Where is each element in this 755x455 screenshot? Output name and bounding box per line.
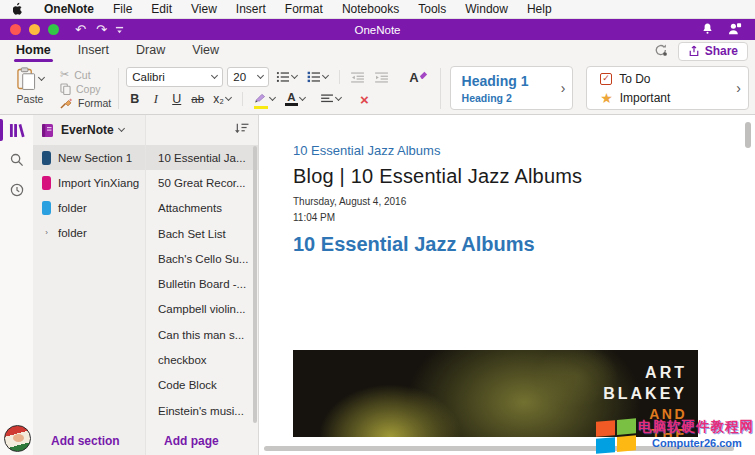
tag-todo[interactable]: ✓ To Do — [600, 72, 670, 86]
page-item[interactable]: Attachments — [146, 196, 258, 221]
tags-gallery-expand[interactable]: › — [729, 80, 748, 96]
page-date: Thursday, August 4, 2016 — [293, 196, 755, 207]
page-item[interactable]: Einstein's musi... — [146, 398, 258, 423]
copy-button[interactable]: Copy — [60, 82, 111, 95]
menu-window[interactable]: Window — [465, 2, 508, 16]
share-button[interactable]: Share — [678, 42, 748, 61]
page-item[interactable]: 50 Great Recor... — [146, 170, 258, 195]
pages-scrollbar[interactable] — [253, 146, 257, 423]
sort-pages-icon[interactable] — [234, 121, 249, 139]
menu-notebooks[interactable]: Notebooks — [342, 2, 399, 16]
styles-gallery[interactable]: Heading 1 Heading 2 › — [450, 66, 574, 110]
vertical-scrollbar[interactable] — [745, 122, 751, 148]
menu-edit[interactable]: Edit — [151, 2, 172, 16]
subscript-button[interactable]: x₂ — [210, 90, 234, 108]
style-heading2[interactable]: Heading 2 — [462, 92, 529, 104]
menu-insert[interactable]: Insert — [236, 2, 266, 16]
sync-status-icon[interactable] — [653, 43, 669, 60]
section-group-item[interactable]: › folder — [33, 220, 145, 245]
expand-group-chevron-icon[interactable]: › — [42, 228, 51, 237]
strikethrough-button[interactable]: ab — [189, 93, 206, 105]
page-item[interactable]: 10 Essential Ja... — [146, 145, 258, 170]
recent-notes-nav-button[interactable] — [0, 175, 33, 205]
notebook-icon — [41, 123, 55, 138]
paragraph-alignment-button[interactable] — [318, 92, 344, 106]
page-header-title: 10 Essential Jazz Albums — [293, 143, 755, 158]
decrease-indent-button[interactable] — [348, 70, 368, 85]
section-item[interactable]: New Section 1 — [33, 145, 145, 170]
page-item[interactable]: checkbox — [146, 347, 258, 372]
apple-icon[interactable] — [13, 2, 25, 16]
format-painter-button[interactable]: Format — [60, 96, 111, 109]
notebook-name: EverNote — [61, 123, 114, 137]
increase-indent-button[interactable] — [372, 70, 392, 85]
clipboard-icon — [17, 67, 36, 91]
menu-file[interactable]: File — [113, 2, 132, 16]
page-canvas[interactable]: 10 Essential Jazz Albums Blog | 10 Essen… — [258, 115, 755, 455]
bold-button[interactable]: B — [126, 92, 143, 106]
menu-format[interactable]: Format — [285, 2, 323, 16]
style-heading1[interactable]: Heading 1 — [462, 73, 529, 89]
delete-button[interactable]: × — [360, 92, 369, 107]
sections-pane: EverNote New Section 1 Import YinXiang f… — [33, 115, 145, 455]
tab-home[interactable]: Home — [16, 43, 51, 59]
album-artist-line2: BLAKEY — [603, 383, 687, 404]
tab-draw[interactable]: Draw — [136, 43, 165, 59]
section-item[interactable]: folder — [33, 195, 145, 220]
paste-button[interactable]: Paste — [8, 67, 52, 110]
watermark-site-url: Computer26.com — [652, 437, 754, 449]
page-time: 11:04 PM — [293, 212, 755, 223]
tab-view[interactable]: View — [192, 43, 219, 59]
account-avatar[interactable] — [4, 425, 31, 452]
font-family-select[interactable]: Calibri — [126, 67, 223, 87]
important-star-icon: ★ — [600, 91, 613, 105]
account-icon[interactable] — [728, 21, 742, 39]
numbered-list-button[interactable] — [304, 69, 331, 85]
font-size-select[interactable]: 20 — [227, 67, 269, 87]
menu-tools[interactable]: Tools — [418, 2, 446, 16]
page-item[interactable]: Campbell violin... — [146, 297, 258, 322]
notebooks-library-icon — [9, 123, 25, 138]
page-item[interactable]: Bach's Cello Su... — [146, 246, 258, 271]
bullet-list-button[interactable] — [273, 69, 300, 85]
clear-formatting-button[interactable]: A — [406, 68, 430, 87]
notebooks-nav-button[interactable] — [0, 115, 33, 145]
ribbon-tab-row: Home Insert Draw View Share — [0, 40, 755, 62]
section-item[interactable]: Import YinXiang — [33, 170, 145, 195]
clock-icon — [10, 183, 24, 197]
styles-gallery-expand[interactable]: › — [554, 80, 573, 96]
font-color-button[interactable]: A — [282, 90, 308, 108]
main-area: EverNote New Section 1 Import YinXiang f… — [0, 115, 755, 455]
add-section-button[interactable]: Add section — [33, 427, 145, 455]
notebook-switcher[interactable]: EverNote — [33, 115, 145, 145]
cut-button[interactable]: ✂ Cut — [60, 68, 111, 81]
page-item[interactable]: Bach Set List — [146, 221, 258, 246]
tags-gallery[interactable]: ✓ To Do ★ Important › — [586, 66, 749, 110]
italic-button[interactable]: I — [147, 92, 164, 107]
notifications-bell-icon[interactable] — [702, 21, 713, 39]
notebook-chevron-down-icon — [118, 125, 125, 132]
watermark-site-name: 电脑软硬件教程网 — [638, 418, 754, 436]
add-page-button[interactable]: Add page — [146, 427, 258, 455]
search-nav-button[interactable] — [0, 145, 33, 175]
align-icon — [321, 94, 334, 104]
menu-onenote[interactable]: OneNote — [44, 2, 94, 16]
highlight-color-button[interactable] — [251, 87, 278, 111]
window-titlebar: ↶ ↷ OneNote — [0, 19, 755, 40]
scissors-icon: ✂ — [60, 68, 69, 81]
tab-insert[interactable]: Insert — [78, 43, 109, 59]
page-title[interactable]: Blog | 10 Essential Jazz Albums — [293, 165, 755, 188]
tag-important[interactable]: ★ Important — [600, 91, 670, 105]
page-item[interactable]: Code Block — [146, 373, 258, 398]
page-item[interactable]: Bulletin Board -... — [146, 271, 258, 296]
font-color-swatch — [285, 103, 298, 106]
bullet-list-icon — [276, 71, 290, 83]
increase-indent-icon — [375, 72, 389, 83]
menu-help[interactable]: Help — [527, 2, 552, 16]
section-color-tab — [42, 151, 51, 165]
section-color-tab — [42, 176, 51, 190]
page-heading[interactable]: 10 Essential Jazz Albums — [293, 233, 755, 256]
page-item[interactable]: Can this man s... — [146, 322, 258, 347]
menu-view[interactable]: View — [191, 2, 217, 16]
underline-button[interactable]: U — [168, 92, 185, 106]
